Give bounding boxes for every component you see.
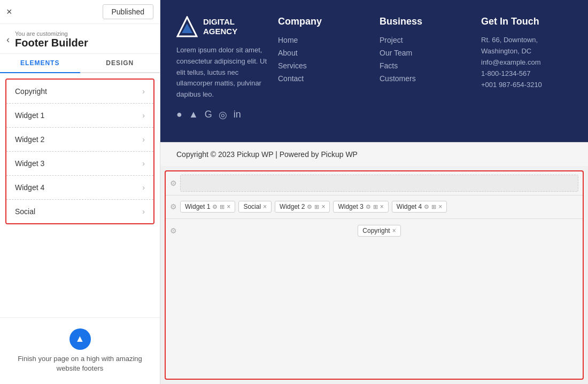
chip-settings-icon[interactable]: ⚙: [212, 203, 218, 210]
chevron-icon: ›: [142, 87, 145, 96]
tabs-row: ELEMENTS DESIGN: [0, 54, 160, 73]
chevron-icon: ›: [142, 183, 145, 192]
footer-col-business: Business Project Our Team Facts Customer…: [380, 16, 470, 121]
chip-grid-icon[interactable]: ⊞: [314, 203, 319, 210]
address-line1: Rt. 66, Downtown,: [481, 36, 572, 44]
chip-grid-icon[interactable]: ⊞: [220, 203, 225, 210]
chip-close-icon[interactable]: ×: [321, 203, 325, 210]
row1-gear-icon[interactable]: ⚙: [170, 179, 177, 187]
chip-label: Widget 2: [280, 203, 305, 210]
builder-area: ⚙ ⚙ Widget 1 ⚙ ⊞ × Social × Widget 2 ⚙ ⊞: [165, 170, 584, 380]
footer-col-contact: Get In Touch Rt. 66, Downtown, Washingto…: [481, 16, 572, 121]
chip-social[interactable]: Social ×: [238, 201, 272, 213]
chevron-icon: ›: [142, 207, 145, 216]
link-home[interactable]: Home: [278, 36, 369, 44]
element-widget1[interactable]: Widget 1 ›: [6, 104, 153, 128]
top-bar: × Published: [0, 0, 160, 24]
builder-row-1: ⚙: [166, 171, 583, 195]
footer-col-company: Company Home About Services Contact: [278, 16, 369, 121]
copyright-text: Copyright © 2023 Pickup WP | Powered by …: [176, 150, 358, 159]
facebook-icon[interactable]: ●: [176, 109, 182, 121]
google-icon[interactable]: G: [205, 109, 212, 121]
chip-widget3[interactable]: Widget 3 ⚙ ⊞ ×: [333, 201, 388, 213]
chip-widget2[interactable]: Widget 2 ⚙ ⊞ ×: [275, 201, 330, 213]
footer-col-logo: DIGITALAGENCY Lorem ipsum dolor sit amet…: [176, 16, 267, 121]
logo-text: DIGITALAGENCY: [203, 17, 237, 36]
link-services[interactable]: Services: [278, 61, 369, 70]
element-widget4[interactable]: Widget 4 ›: [6, 176, 153, 200]
element-social[interactable]: Social ›: [6, 200, 153, 223]
chip-label: Widget 1: [185, 203, 210, 210]
phone-line2: +001 987-654-3210: [481, 81, 572, 89]
element-copyright[interactable]: Copyright ›: [6, 80, 153, 104]
contact-title: Get In Touch: [481, 16, 572, 27]
footer-description: Lorem ipsum dolor sit amet, consectetur …: [176, 45, 267, 100]
chip-label: Widget 3: [338, 203, 363, 210]
promo-text: Finish your page on a high with amazing …: [11, 354, 149, 373]
builder-row-3: ⚙ Copyright ×: [166, 219, 583, 242]
twitter-icon[interactable]: ▲: [189, 109, 198, 121]
row2-gear-icon[interactable]: ⚙: [170, 202, 177, 211]
chip-label: Copyright: [362, 227, 390, 234]
footer-preview: DIGITALAGENCY Lorem ipsum dolor sit amet…: [160, 0, 588, 142]
link-customers[interactable]: Customers: [380, 74, 470, 83]
copyright-bar: Copyright © 2023 Pickup WP | Powered by …: [160, 142, 588, 166]
tab-elements[interactable]: ELEMENTS: [0, 54, 80, 73]
chip-close-icon[interactable]: ×: [438, 203, 442, 210]
footer-builder-title: Footer Builder: [15, 37, 88, 49]
logo-svg: [176, 16, 198, 37]
back-button[interactable]: ‹: [6, 34, 10, 45]
chip-settings-icon[interactable]: ⚙: [366, 203, 371, 210]
row1-empty-space: [180, 175, 578, 192]
chevron-icon: ›: [142, 135, 145, 144]
element-widget3[interactable]: Widget 3 ›: [6, 152, 153, 176]
chip-widget4[interactable]: Widget 4 ⚙ ⊞ ×: [392, 201, 447, 213]
logo-area: DIGITALAGENCY: [176, 16, 267, 37]
bottom-promo: ▲ Finish your page on a high with amazin…: [0, 317, 160, 384]
chip-grid-icon[interactable]: ⊞: [373, 203, 378, 210]
chevron-icon: ›: [142, 159, 145, 168]
tab-design[interactable]: DESIGN: [80, 54, 160, 72]
chip-close-icon[interactable]: ×: [227, 203, 230, 210]
chevron-icon: ›: [142, 111, 145, 120]
company-title: Company: [278, 16, 369, 27]
promo-icon: ▲: [69, 328, 91, 350]
elements-box: Copyright › Widget 1 › Widget 2 › Widget…: [5, 79, 154, 224]
sub-header-text: You are customizing Footer Builder: [15, 30, 88, 49]
link-contact[interactable]: Contact: [278, 74, 369, 83]
phone-line1: 1-800-1234-567: [481, 69, 572, 77]
link-ourteam[interactable]: Our Team: [380, 49, 470, 57]
chip-copyright[interactable]: Copyright ×: [358, 225, 400, 237]
left-panel: × Published ‹ You are customizing Footer…: [0, 0, 160, 384]
right-panel: DIGITALAGENCY Lorem ipsum dolor sit amet…: [160, 0, 588, 384]
close-button[interactable]: ×: [6, 6, 12, 18]
chip-settings-icon[interactable]: ⚙: [307, 203, 312, 210]
chip-close-icon[interactable]: ×: [263, 203, 267, 210]
chip-label: Widget 4: [397, 203, 422, 210]
sub-header: ‹ You are customizing Footer Builder: [0, 24, 160, 54]
linkedin-icon[interactable]: in: [234, 109, 241, 121]
published-button[interactable]: Published: [103, 4, 154, 19]
footer-top: DIGITALAGENCY Lorem ipsum dolor sit amet…: [176, 16, 572, 121]
row3-gear-icon[interactable]: ⚙: [170, 226, 177, 235]
customizing-label: You are customizing: [15, 30, 88, 37]
social-icons-row: ● ▲ G ◎ in: [176, 109, 267, 121]
link-about[interactable]: About: [278, 49, 369, 57]
link-project[interactable]: Project: [380, 36, 470, 44]
chip-close-icon[interactable]: ×: [380, 203, 384, 210]
chip-settings-icon[interactable]: ⚙: [424, 203, 429, 210]
chip-label: Social: [243, 203, 261, 210]
link-facts[interactable]: Facts: [380, 61, 470, 70]
instagram-icon[interactable]: ◎: [219, 109, 227, 121]
chip-close-icon[interactable]: ×: [392, 227, 396, 234]
email-line: info@example.com: [481, 58, 572, 66]
chip-widget1[interactable]: Widget 1 ⚙ ⊞ ×: [180, 201, 235, 213]
chip-grid-icon[interactable]: ⊞: [431, 203, 436, 210]
address-line2: Washington, DC: [481, 47, 572, 55]
business-title: Business: [380, 16, 470, 27]
element-widget2[interactable]: Widget 2 ›: [6, 128, 153, 152]
builder-row-2: ⚙ Widget 1 ⚙ ⊞ × Social × Widget 2 ⚙ ⊞ ×: [166, 195, 583, 219]
